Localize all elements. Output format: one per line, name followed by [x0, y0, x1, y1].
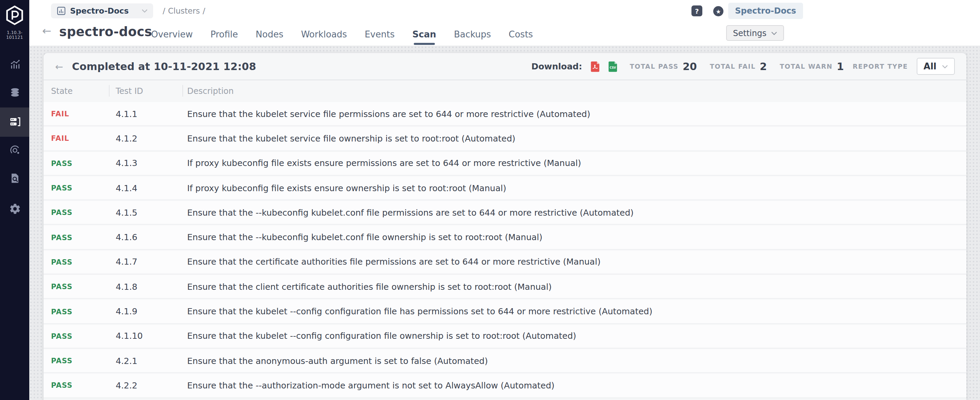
help-icon[interactable]: ?	[692, 5, 702, 16]
table-row[interactable]: PASS4.1.4If proxy kubeconfig file exists…	[43, 176, 966, 201]
breadcrumb-clusters-link[interactable]: Clusters	[168, 6, 200, 16]
table-row[interactable]: FAIL4.1.2Ensure that the kubelet service…	[43, 127, 966, 152]
tab-workloads[interactable]: Workloads	[300, 22, 348, 46]
test-description: Ensure that the client certificate autho…	[187, 281, 966, 292]
test-description: Ensure that the kubelet service file own…	[187, 133, 966, 144]
state-badge: PASS	[51, 233, 116, 241]
scan-completed-label: Completed at 10-11-2021 12:08	[72, 60, 256, 73]
report-type-select[interactable]: All	[917, 58, 955, 75]
test-description: If proxy kubeconfig file exists ensure p…	[187, 158, 966, 168]
breadcrumb-slash: /	[163, 6, 165, 16]
table-row[interactable]: PASS4.1.10Ensure that the kubelet --conf…	[43, 324, 966, 349]
clusters-icon	[8, 116, 21, 128]
table-row[interactable]: PASS4.2.2Ensure that the --authorization…	[43, 374, 966, 398]
test-id: 4.1.6	[116, 232, 187, 242]
state-badge: PASS	[51, 208, 116, 217]
account-project-chip[interactable]: Spectro-Docs	[728, 3, 803, 19]
scan-back-arrow-icon[interactable]: ←	[55, 61, 63, 72]
table-row[interactable]: PASS4.1.6Ensure that the --kubeconfig ku…	[43, 225, 966, 250]
total-fail-value: 2	[760, 60, 767, 73]
state-badge: PASS	[51, 381, 116, 389]
tab-costs[interactable]: Costs	[508, 22, 534, 46]
tab-bar: OverviewProfileNodesWorkloadsEventsScanB…	[150, 22, 534, 46]
table-row[interactable]: PASS4.1.7Ensure that the certificate aut…	[43, 250, 966, 275]
sidebar-item-analytics[interactable]	[0, 49, 29, 79]
column-header-description: Description	[187, 86, 966, 96]
settings-button[interactable]: Settings	[726, 25, 784, 41]
tab-nodes[interactable]: Nodes	[254, 22, 285, 46]
state-badge: FAIL	[51, 134, 116, 143]
column-header-state: State	[51, 86, 116, 96]
total-fail-label: TOTAL FAIL	[710, 63, 756, 70]
total-pass: TOTAL PASS20	[630, 60, 697, 73]
scan-table-body: FAIL4.1.1Ensure that the kubelet service…	[43, 102, 966, 398]
test-id: 4.1.4	[116, 183, 187, 193]
download-csv-icon[interactable]: CSV	[609, 61, 617, 72]
sidebar-item-audit[interactable]	[0, 163, 29, 193]
table-row[interactable]: PASS4.2.1Ensure that the anonymous-auth …	[43, 349, 966, 374]
chevron-down-icon	[942, 64, 948, 68]
tab-scan[interactable]: Scan	[411, 22, 438, 46]
total-warn: TOTAL WARN1	[780, 60, 844, 73]
test-id: 4.2.2	[116, 380, 187, 390]
report-type-value: All	[924, 61, 937, 71]
app-root: 1.10.3-101121 Spectro-Docs / Clusters / …	[0, 0, 980, 400]
table-row[interactable]: PASS4.1.3If proxy kubeconfig file exists…	[43, 151, 966, 176]
column-header-test-id: Test ID	[116, 86, 187, 96]
state-badge: PASS	[51, 332, 116, 340]
tab-overview[interactable]: Overview	[150, 22, 194, 46]
layers-icon	[8, 86, 21, 98]
project-chart-icon	[56, 6, 66, 16]
test-description: Ensure that the kubelet --config configu…	[187, 306, 966, 316]
state-badge: PASS	[51, 282, 116, 290]
top-bar: Spectro-Docs / Clusters / ? ★ Spectro-Do…	[29, 0, 980, 46]
test-description: Ensure that the --kubeconfig kubelet.con…	[187, 232, 966, 242]
project-selector[interactable]: Spectro-Docs	[51, 3, 153, 18]
table-row[interactable]: PASS4.1.8Ensure that the client certific…	[43, 275, 966, 300]
sidebar-item-workspaces[interactable]	[0, 136, 29, 165]
tab-backups[interactable]: Backups	[453, 22, 492, 46]
version-label: 1.10.3-101121	[0, 30, 29, 40]
back-arrow-icon[interactable]: ←	[42, 24, 51, 38]
star-badge-icon[interactable]: ★	[713, 6, 724, 16]
state-badge: PASS	[51, 258, 116, 266]
orbit-icon	[8, 144, 21, 156]
analytics-icon	[8, 58, 21, 70]
test-id: 4.1.9	[116, 306, 187, 316]
scan-table-header: State Test ID Description	[43, 80, 966, 102]
total-pass-value: 20	[682, 60, 697, 73]
table-row[interactable]: PASS4.1.5Ensure that the --kubeconfig ku…	[43, 201, 966, 225]
svg-text:CSV: CSV	[610, 66, 617, 69]
tab-profile[interactable]: Profile	[209, 22, 239, 46]
audit-log-icon	[8, 172, 21, 184]
gear-icon	[8, 203, 21, 215]
breadcrumb: / Clusters /	[163, 0, 205, 22]
spectrocloud-logo	[4, 5, 25, 26]
test-id: 4.1.7	[116, 257, 187, 267]
state-badge: FAIL	[51, 110, 116, 118]
test-id: 4.1.10	[116, 331, 187, 341]
test-description: Ensure that the kubelet service file per…	[187, 108, 966, 119]
test-id: 4.1.2	[116, 133, 187, 144]
total-fail: TOTAL FAIL2	[710, 60, 767, 73]
table-row[interactable]: FAIL4.1.1Ensure that the kubelet service…	[43, 102, 966, 127]
table-row[interactable]: PASS4.1.9Ensure that the kubelet --confi…	[43, 300, 966, 324]
test-description: If proxy kubeconfig file exists ensure o…	[187, 183, 966, 193]
column-divider	[109, 85, 110, 97]
tab-events[interactable]: Events	[363, 22, 396, 46]
sidebar-item-profiles[interactable]	[0, 78, 29, 107]
state-badge: PASS	[51, 356, 116, 365]
sidebar-item-settings[interactable]	[0, 194, 29, 224]
test-description: Ensure that the --kubeconfig kubelet.con…	[187, 208, 966, 218]
project-selector-label: Spectro-Docs	[70, 6, 137, 16]
sidebar-item-clusters[interactable]	[0, 107, 29, 137]
total-pass-label: TOTAL PASS	[630, 63, 679, 70]
test-description: Ensure that the anonymous-auth argument …	[187, 356, 966, 366]
download-label: Download:	[531, 61, 582, 71]
scan-results-card: ← Completed at 10-11-2021 12:08 Download…	[43, 53, 966, 400]
state-badge: PASS	[51, 159, 116, 167]
settings-button-label: Settings	[733, 28, 766, 38]
chevron-down-icon	[771, 31, 777, 35]
test-id: 4.1.3	[116, 158, 187, 168]
download-pdf-icon[interactable]	[591, 61, 600, 72]
